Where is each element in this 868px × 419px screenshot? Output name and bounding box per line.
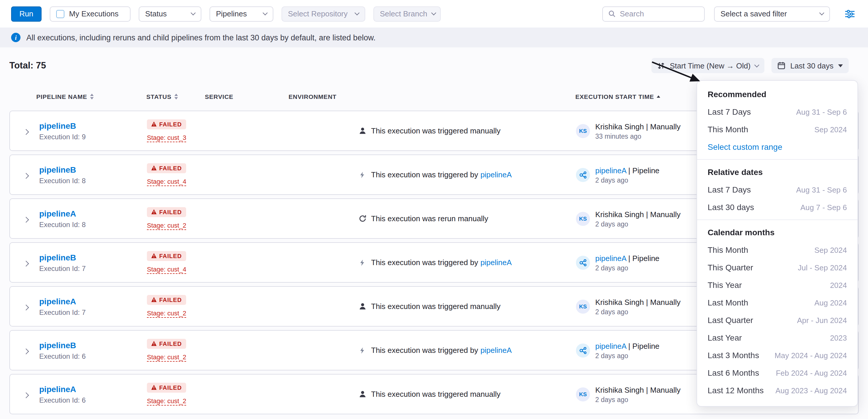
pipeline-name-link[interactable]: pipelineB [39,253,147,262]
failed-stage-link[interactable]: Stage: cust_2 [147,309,186,318]
dropdown-section-title: Recommended [697,86,858,103]
option-label: Last 7 Days [708,107,751,117]
date-range-option[interactable]: This MonthSep 2024 [697,241,858,259]
pipelines-filter-select[interactable]: Pipelines [210,6,273,21]
trigger-pipeline-link[interactable]: pipelineA [480,346,512,355]
trigger-icon [358,259,366,266]
sort-arrows-icon[interactable] [90,94,94,99]
warning-icon [151,209,157,215]
expand-chevron-icon[interactable] [23,217,29,222]
sort-arrows-icon[interactable] [175,94,178,99]
expand-chevron-icon[interactable] [23,260,29,266]
date-range-option[interactable]: This Year2024 [697,276,858,294]
failed-stage-link[interactable]: Stage: cust_2 [147,397,186,406]
trigger-pipeline-link[interactable]: pipelineA [480,258,512,267]
option-label: Last Month [708,298,748,307]
date-range-option[interactable]: Last 6 MonthsFeb 2024 - Aug 2024 [697,364,858,382]
starter-name[interactable]: pipelineA [595,342,626,350]
option-date-range: 2024 [830,281,847,289]
pipeline-name-link[interactable]: pipelineB [39,121,147,130]
separator: | [628,166,632,175]
date-range-option[interactable]: Last 7 DaysAug 31 - Sep 6 [697,103,858,121]
trigger-text: This execution was triggered by [371,346,478,355]
date-range-option[interactable]: Last 30 daysAug 7 - Sep 6 [697,198,858,216]
my-executions-checkbox[interactable] [56,10,64,18]
date-range-select[interactable]: Last 30 days [772,58,849,73]
column-pipeline-name[interactable]: PIPELINE NAME [36,93,146,100]
pipeline-name-link[interactable]: pipelineB [39,340,147,350]
trigger-pipeline-link[interactable]: pipelineA [480,170,512,179]
run-button[interactable]: Run [11,6,41,21]
my-executions-filter[interactable]: My Executions [50,6,130,21]
trigger-icon [358,171,366,178]
option-date-range: May 2024 - Aug 2024 [775,351,847,360]
option-label: This Year [708,280,742,290]
pipeline-name-link[interactable]: pipelineA [39,296,147,306]
pipeline-name-link[interactable]: pipelineA [39,384,147,393]
pipeline-name-link[interactable]: pipelineA [39,208,147,218]
option-date-range: Aug 7 - Sep 6 [800,203,847,212]
status-label: FAILED [159,209,182,215]
start-time-relative: 2 days ago [595,352,659,359]
column-status[interactable]: STATUS [146,93,205,100]
option-label: This Month [708,245,748,255]
search-box[interactable] [602,6,705,21]
sort-order-select[interactable]: Start Time (New → Old) [652,58,765,73]
date-range-option[interactable]: Last MonthAug 2024 [697,294,858,311]
option-label: Last 6 Months [708,368,759,378]
repository-filter-select[interactable]: Select Repository [282,6,365,21]
option-label: Last 30 days [708,202,754,212]
chevron-down-icon [263,10,268,15]
status-filter-select[interactable]: Status [139,6,202,21]
separator: | [628,254,632,262]
expand-chevron-icon[interactable] [23,392,29,398]
date-range-option[interactable]: Last 7 DaysAug 31 - Sep 6 [697,181,858,198]
column-label: PIPELINE NAME [36,93,87,100]
date-range-option[interactable]: Last 3 MonthsMay 2024 - Aug 2024 [697,347,858,364]
column-environment: ENVIRONMENT [288,93,358,100]
failed-stage-link[interactable]: Stage: cust_3 [147,133,186,142]
execution-id: Execution Id: 9 [39,133,147,141]
expand-chevron-icon[interactable] [23,173,29,179]
sliders-icon [845,8,855,19]
saved-filter-select[interactable]: Select a saved filter [714,6,830,21]
starter-name[interactable]: pipelineA [595,254,626,262]
date-range-option[interactable]: This QuarterJul - Sep 2024 [697,259,858,276]
option-date-range: 2023 [830,333,847,342]
failed-stage-link[interactable]: Stage: cust_4 [147,177,186,186]
status-badge-failed: FAILED [147,295,186,305]
branch-filter-select[interactable]: Select Branch [373,6,441,21]
status-badge-failed: FAILED [147,251,186,261]
date-range-option[interactable]: Last Year2023 [697,329,858,347]
date-range-option[interactable]: Last 12 MonthsAug 2023 - Aug 2024 [697,382,858,399]
filter-settings-button[interactable] [843,7,857,21]
expand-chevron-icon[interactable] [23,129,29,135]
expand-chevron-icon[interactable] [23,348,29,354]
failed-stage-link[interactable]: Stage: cust_4 [147,265,186,274]
expand-chevron-icon[interactable] [23,304,29,310]
execution-id: Execution Id: 7 [39,308,147,316]
date-range-option[interactable]: This MonthSep 2024 [697,121,858,138]
dropdown-divider [697,159,858,160]
info-icon: i [11,33,21,42]
date-range-option[interactable]: Last QuarterApr - Jun 2024 [697,311,858,329]
execution-id: Execution Id: 6 [39,352,147,360]
search-input[interactable] [620,9,699,18]
column-label: SERVICE [205,93,233,100]
pipeline-name-link[interactable]: pipelineB [39,165,147,174]
sort-ascending-icon[interactable] [657,95,660,98]
trigger-text: This execution was triggered manually [371,302,500,311]
user-initials-avatar: KS [576,212,590,226]
user-initials-avatar: KS [576,387,590,401]
column-label: EXECUTION START TIME [575,93,654,100]
starter-name[interactable]: pipelineA [595,166,626,175]
option-label: Last Year [708,333,742,342]
column-label: ENVIRONMENT [288,93,337,100]
failed-stage-link[interactable]: Stage: cust_2 [147,353,186,362]
start-time-relative: 2 days ago [595,396,681,403]
date-range-option[interactable]: Select custom range [697,138,858,156]
trigger-text: This execution was triggered by [371,170,478,179]
failed-stage-link[interactable]: Stage: cust_2 [147,221,186,230]
starter-name: Krishika Singh [595,210,644,219]
date-range-label: Last 30 days [790,61,834,70]
